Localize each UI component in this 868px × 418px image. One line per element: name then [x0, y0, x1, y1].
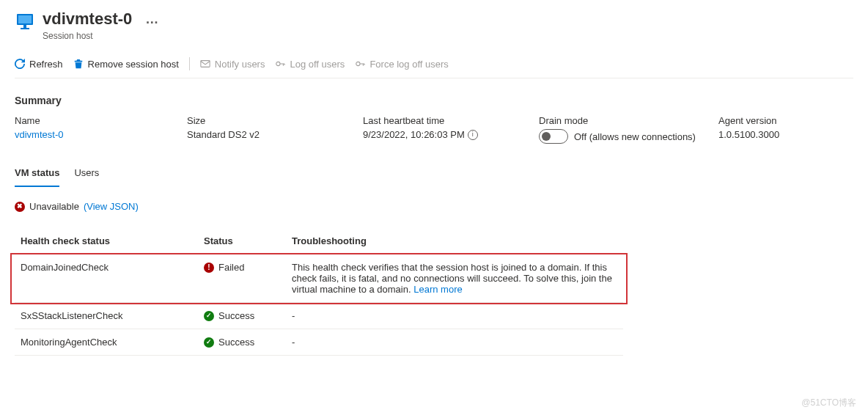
notify-users-button: Notify users — [200, 59, 265, 70]
col-header-status: Status — [204, 235, 292, 246]
notify-label: Notify users — [215, 59, 265, 70]
svg-point-5 — [276, 62, 280, 65]
drain-mode-label: Drain mode — [539, 115, 718, 126]
heartbeat-label: Last heartbeat time — [363, 115, 539, 126]
status-failed-icon: ! — [204, 263, 214, 273]
force-logoff-label: Force log off users — [369, 59, 448, 70]
col-header-health-check: Health check status — [21, 235, 204, 246]
vm-status-text: Unavailable — [29, 201, 79, 212]
name-label: Name — [15, 115, 187, 126]
drain-mode-toggle[interactable] — [539, 129, 568, 144]
summary-heading: Summary — [15, 95, 853, 106]
key-icon — [355, 59, 365, 69]
health-check-name: SxSStackListenerCheck — [21, 310, 204, 321]
more-actions-button[interactable]: … — [145, 9, 158, 29]
log-off-users-button: Log off users — [275, 59, 345, 70]
trash-icon — [73, 59, 84, 69]
svg-rect-1 — [18, 15, 32, 23]
refresh-label: Refresh — [29, 59, 63, 70]
table-row: DomainJoinedCheck ! Failed This health c… — [15, 254, 623, 303]
table-row: SxSStackListenerCheck ✓ Success - — [15, 303, 623, 329]
remove-session-host-button[interactable]: Remove session host — [73, 59, 179, 70]
status-success-icon: ✓ — [204, 337, 214, 348]
name-value-link[interactable]: vdivmtest-0 — [15, 129, 187, 140]
drain-mode-value: Off (allows new connections) — [574, 131, 696, 142]
svg-rect-4 — [201, 61, 210, 67]
status-success-icon: ✓ — [204, 311, 214, 321]
size-label: Size — [187, 115, 363, 126]
troubleshooting-text: - — [292, 310, 617, 321]
command-bar: Refresh Remove session host Notify users… — [15, 51, 853, 78]
svg-rect-3 — [21, 28, 29, 29]
remove-label: Remove session host — [88, 59, 179, 70]
status-value: Failed — [218, 262, 244, 273]
table-row: MonitoringAgentCheck ✓ Success - — [15, 329, 623, 356]
refresh-button[interactable]: Refresh — [15, 59, 63, 70]
tab-users[interactable]: Users — [74, 161, 99, 187]
status-value: Success — [218, 337, 254, 348]
force-log-off-users-button: Force log off users — [355, 59, 448, 70]
info-icon[interactable]: i — [468, 130, 478, 140]
health-check-name: DomainJoinedCheck — [21, 262, 204, 273]
tab-vm-status[interactable]: VM status — [15, 161, 59, 187]
heartbeat-value: 9/23/2022, 10:26:03 PM — [363, 129, 465, 140]
agent-version-value: 1.0.5100.3000 — [718, 129, 853, 140]
troubleshooting-text: - — [292, 337, 617, 348]
logoff-label: Log off users — [290, 59, 345, 70]
error-icon: ✖ — [15, 202, 25, 212]
mail-icon — [200, 59, 210, 69]
health-check-name: MonitoringAgentCheck — [21, 337, 204, 348]
refresh-icon — [15, 59, 25, 69]
status-value: Success — [218, 310, 254, 321]
view-json-link[interactable]: (View JSON) — [84, 201, 139, 212]
svg-point-6 — [356, 62, 360, 65]
monitor-icon — [15, 12, 35, 32]
page-title: vdivmtest-0 — [43, 9, 132, 29]
size-value: Standard DS2 v2 — [187, 129, 363, 140]
svg-rect-2 — [23, 25, 26, 28]
learn-more-link[interactable]: Learn more — [413, 284, 462, 295]
key-icon — [275, 59, 285, 69]
toolbar-separator — [189, 57, 190, 70]
col-header-troubleshooting: Troubleshooting — [292, 235, 617, 246]
page-subtitle: Session host — [43, 31, 132, 41]
agent-version-label: Agent version — [718, 115, 853, 126]
